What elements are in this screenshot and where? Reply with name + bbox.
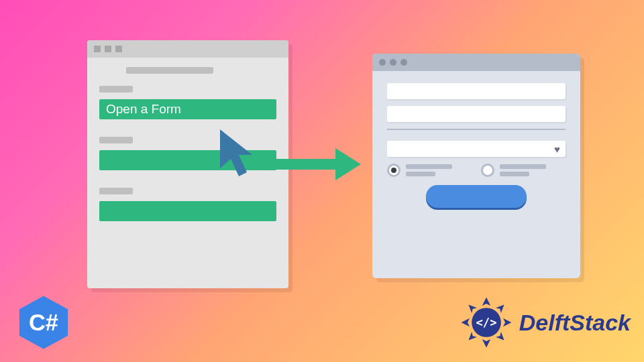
window-control-circle <box>400 59 407 66</box>
svg-marker-4 <box>482 298 490 306</box>
radio-selected-icon <box>387 164 400 177</box>
window-control-square <box>94 46 101 52</box>
text-input-favorite[interactable]: ♥ <box>387 141 566 157</box>
svg-marker-7 <box>503 318 511 326</box>
placeholder-label <box>99 188 133 194</box>
svg-text:</>: </> <box>476 316 496 329</box>
placeholder-label <box>99 86 133 93</box>
delftstack-wordmark: DelftStack <box>519 310 631 336</box>
placeholder-line <box>126 67 213 74</box>
submit-button[interactable] <box>426 185 527 208</box>
green-bar[interactable] <box>99 201 276 221</box>
radio-row <box>387 164 566 177</box>
radio-option-2[interactable] <box>481 164 566 177</box>
placeholder-label <box>99 137 133 143</box>
radio-option-1[interactable] <box>387 164 472 177</box>
delftstack-emblem-icon: </> <box>460 296 513 349</box>
open-form-label: Open a Form <box>106 102 181 117</box>
radio-unselected-icon <box>481 164 494 177</box>
svg-marker-10 <box>468 332 476 340</box>
open-form-button[interactable]: Open a Form <box>99 99 276 119</box>
svg-marker-6 <box>461 318 469 326</box>
radio-label-lines <box>500 164 566 176</box>
svg-marker-8 <box>468 304 476 312</box>
svg-marker-0 <box>220 129 252 176</box>
text-input[interactable] <box>387 106 566 122</box>
svg-text:C#: C# <box>29 310 58 335</box>
divider <box>387 129 566 130</box>
cursor-icon <box>213 129 262 194</box>
right-titlebar <box>372 54 580 71</box>
svg-marker-9 <box>496 304 504 312</box>
heart-icon: ♥ <box>554 143 560 155</box>
svg-marker-11 <box>496 332 504 340</box>
svg-marker-5 <box>482 339 490 347</box>
window-control-circle <box>379 59 386 66</box>
form-body: ♥ <box>372 71 580 217</box>
csharp-logo: C# <box>15 294 72 351</box>
window-control-circle <box>390 59 396 66</box>
window-control-square <box>115 46 122 52</box>
radio-label-lines <box>406 164 472 176</box>
form-window: ♥ <box>372 54 580 278</box>
window-control-square <box>105 46 111 52</box>
arrow-icon <box>268 151 369 178</box>
text-input[interactable] <box>387 83 566 99</box>
delftstack-logo: </> DelftStack <box>460 296 631 349</box>
left-titlebar <box>87 40 288 58</box>
